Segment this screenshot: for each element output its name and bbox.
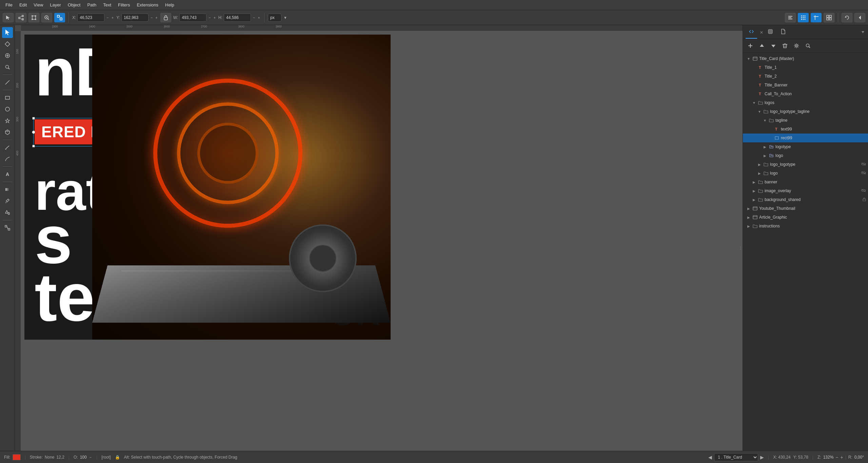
tab-fill-stroke[interactable] [765,26,776,39]
layer-toggle-logotype[interactable]: ▶ [763,144,767,149]
page-prev-btn[interactable]: ◀ [708,455,712,460]
settings-btn[interactable] [792,41,801,51]
unit-toggle-btn[interactable]: ▼ [283,16,288,20]
menu-edit[interactable]: Edit [17,2,29,8]
star-tool[interactable] [2,115,13,126]
node-tool-btn[interactable] [16,13,26,22]
layer-toggle-youtube-thumbnail[interactable]: ▶ [746,206,751,211]
opacity-minus-btn[interactable]: − [89,455,92,459]
align-btn[interactable] [785,13,796,22]
collapse-sidebar-btn[interactable] [854,13,865,22]
connector-tool[interactable] [2,222,13,233]
layer-item-title-1[interactable]: TTitle_1 [743,63,868,72]
menu-path[interactable]: Path [84,2,99,8]
select-arrow-tool[interactable] [2,27,13,38]
layer-item-text99[interactable]: Ttext99 [743,125,868,134]
undo-rotate-btn[interactable] [842,13,852,22]
zoom-plus-btn[interactable]: + [841,455,843,460]
layer-toggle-title-card-master[interactable]: ▼ [746,56,751,61]
menu-view[interactable]: View [31,2,46,8]
delete-layer-btn[interactable] [780,41,790,51]
fill-swatch[interactable] [13,454,21,460]
lock-ratio-btn[interactable] [160,13,171,22]
grid-btn[interactable] [824,13,834,22]
dropper-tool[interactable] [2,196,13,206]
page-next-btn[interactable]: ▶ [760,455,764,460]
layer-toggle-logos[interactable]: ▼ [752,100,756,105]
bezier-tool[interactable] [2,154,13,164]
layer-toggle-image-overlay[interactable]: ▶ [752,188,756,193]
select-tool-btn[interactable] [3,13,14,22]
circle-tool[interactable] [2,104,13,115]
layer-item-instructions[interactable]: ▶instructions [743,222,868,230]
tweak-tool[interactable] [2,50,13,61]
layers-tree[interactable]: ▼Title_Card (Master)TTitle_1TTitle_2TTit… [743,53,868,451]
zoom-minus-btn[interactable]: − [835,455,838,460]
tab-xml-close[interactable]: ✕ [760,30,763,35]
menu-file[interactable]: File [3,2,15,8]
layer-toggle-logo-logotype[interactable]: ▶ [757,162,762,167]
paint-bucket-tool[interactable] [2,207,13,218]
gradient-tool[interactable] [2,184,13,195]
y-minus-btn[interactable]: − [150,16,153,20]
menu-layer[interactable]: Layer [47,2,64,8]
transform-tool-btn[interactable] [28,13,39,22]
tab-document[interactable] [777,26,789,39]
layer-item-title-banner[interactable]: TTitle_Banner [743,81,868,89]
layer-item-logo[interactable]: ▶logo [743,151,868,160]
layer-toggle-background-shared[interactable]: ▶ [752,197,756,202]
w-minus-btn[interactable]: − [208,16,211,20]
design-canvas[interactable]: nDSEL ERED ENGINEERING SUITE [24,35,391,340]
search-btn[interactable] [803,41,813,51]
x-plus-btn[interactable]: + [111,16,114,20]
layer-item-logo-logotype-tagline[interactable]: ▼logo_logotype_tagline [743,107,868,116]
canvas-content[interactable]: nDSEL ERED ENGINEERING SUITE [21,31,743,451]
x-input[interactable] [77,14,104,22]
h-plus-btn[interactable]: + [257,16,261,20]
menu-text[interactable]: Text [100,2,114,8]
rect-tool[interactable] [2,92,13,103]
layer-item-logos[interactable]: ▼logos [743,98,868,107]
tab-xml-editor[interactable] [746,26,757,39]
layer-toggle-banner[interactable]: ▶ [752,180,756,184]
menu-extensions[interactable]: Extensions [134,2,161,8]
zoom-tool-btn[interactable] [41,13,52,22]
guides-btn[interactable] [811,13,822,22]
layer-item-youtube-thumbnail[interactable]: ▶Youtube_Thumbnail [743,204,868,213]
add-layer-btn[interactable] [746,41,755,51]
layer-toggle-tagline[interactable]: ▼ [763,118,767,123]
collapse-handle[interactable]: ⋮ [738,241,743,255]
3d-box-tool[interactable] [2,127,13,138]
w-input[interactable] [179,14,206,22]
menu-help[interactable]: Help [162,2,177,8]
menu-object[interactable]: Object [65,2,83,8]
text-tool[interactable]: A [2,169,13,180]
layer-item-logotype[interactable]: ▶logotype [743,142,868,151]
zoom-tool[interactable] [2,62,13,73]
layer-item-article-graphic[interactable]: ▶Article_Graphic [743,213,868,222]
h-minus-btn[interactable]: − [252,16,256,20]
snap-btn[interactable] [54,13,65,22]
layer-toggle-logo-logotype-tagline[interactable]: ▼ [757,109,762,114]
layer-item-logo-logotype[interactable]: ▶logo_logotype [743,160,868,169]
layer-toggle-article-graphic[interactable]: ▶ [746,215,751,220]
unit-input[interactable] [268,14,281,22]
layer-toggle-logo[interactable]: ▶ [763,153,767,158]
move-up-btn[interactable] [757,41,767,51]
layer-item-background-shared[interactable]: ▶background_shared [743,195,868,204]
layer-toggle-instructions[interactable]: ▶ [746,224,751,228]
layer-item-tagline[interactable]: ▼tagline [743,116,868,125]
layer-item-call-to-action[interactable]: TCall_To_Action [743,89,868,98]
layer-item-title-card-master[interactable]: ▼Title_Card (Master) [743,54,868,63]
layer-item-title-2[interactable]: TTitle_2 [743,72,868,81]
layer-eye-badge-logo2[interactable] [861,171,866,175]
layer-eye-badge-image-overlay[interactable] [861,189,866,193]
measure-tool[interactable] [2,77,13,88]
layer-item-logo2[interactable]: ▶logo [743,169,868,178]
layer-item-image-overlay[interactable]: ▶image_overlay [743,186,868,195]
snap-grid-btn[interactable] [798,13,809,22]
layer-lock-badge-background-shared[interactable] [863,197,866,202]
y-input[interactable] [121,14,149,22]
layer-eye-badge-logo-logotype[interactable] [861,162,866,166]
page-select[interactable]: 1 . Title_Card [714,453,758,461]
